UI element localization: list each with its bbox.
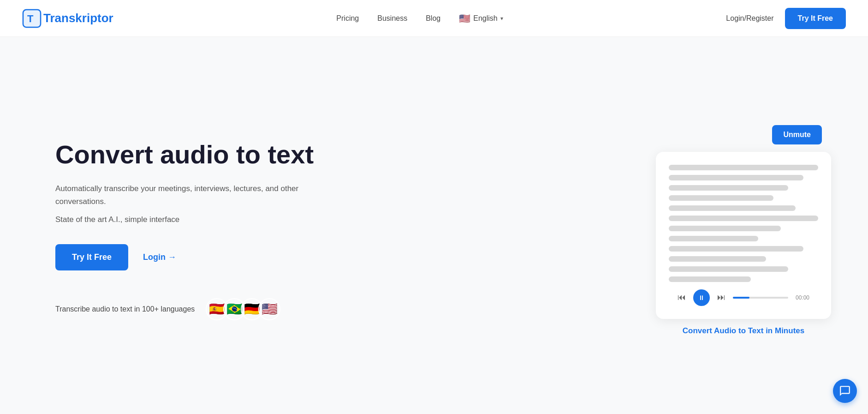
language-selector[interactable]: 🇺🇸 English ▾ xyxy=(459,13,503,24)
logo-link[interactable]: T Transkriptor xyxy=(22,9,113,28)
playback-controls: ⏮ ⏸ ⏭ 00:00 xyxy=(669,289,818,306)
flag-us: 🇺🇸 xyxy=(258,298,280,320)
transcript-line xyxy=(669,266,788,272)
navbar-right: Login/Register Try It Free xyxy=(726,8,846,29)
hero-title: Convert audio to text xyxy=(55,140,341,169)
transcript-line xyxy=(669,236,758,241)
hero-demo: Unmute ⏮ ⏸ ⏭ xyxy=(656,125,831,336)
hero-subtitle-2: State of the art A.I., simple interface xyxy=(55,213,341,226)
transcript-line xyxy=(669,175,803,180)
transcript-line xyxy=(669,205,796,211)
language-label: English xyxy=(473,14,497,23)
transcript-line xyxy=(669,195,773,201)
unmute-button[interactable]: Unmute xyxy=(772,125,822,144)
nav-business[interactable]: Business xyxy=(377,14,407,23)
transcript-line xyxy=(669,185,788,191)
hero-buttons: Try It Free Login → xyxy=(55,244,341,270)
hero-section: Convert audio to text Automatically tran… xyxy=(0,37,868,414)
nav-pricing[interactable]: Pricing xyxy=(336,14,359,23)
chat-bubble[interactable] xyxy=(833,379,857,403)
languages-text: Transcribe audio to text in 100+ languag… xyxy=(55,305,195,313)
logo-icon: T xyxy=(22,9,42,28)
languages-row: Transcribe audio to text in 100+ languag… xyxy=(55,298,341,320)
transcript-card: ⏮ ⏸ ⏭ 00:00 xyxy=(656,152,831,319)
progress-fill xyxy=(733,297,749,299)
transcript-line xyxy=(669,165,818,170)
hero-login-link[interactable]: Login → xyxy=(143,252,176,262)
chat-icon xyxy=(839,385,851,397)
navbar: T Transkriptor Pricing Business Blog 🇺🇸 … xyxy=(0,0,868,37)
convert-tagline: Convert Audio to Text in Minutes xyxy=(683,326,804,336)
logo-text: Transkriptor xyxy=(43,11,113,25)
transcript-line xyxy=(669,226,781,231)
hero-subtitle-1: Automatically transcribe your meetings, … xyxy=(55,182,341,207)
transcript-lines xyxy=(669,165,818,282)
prev-button[interactable]: ⏮ xyxy=(678,293,686,302)
language-flag: 🇺🇸 xyxy=(459,13,470,24)
next-button[interactable]: ⏭ xyxy=(717,293,725,302)
navbar-center: Pricing Business Blog 🇺🇸 English ▾ xyxy=(336,13,503,24)
login-register-link[interactable]: Login/Register xyxy=(726,14,773,23)
svg-text:T: T xyxy=(27,13,34,24)
nav-blog[interactable]: Blog xyxy=(426,14,440,23)
progress-bar[interactable] xyxy=(733,297,788,299)
play-pause-button[interactable]: ⏸ xyxy=(693,289,710,306)
transcript-line xyxy=(669,256,766,262)
navbar-cta-button[interactable]: Try It Free xyxy=(785,8,846,29)
transcript-line xyxy=(669,276,751,282)
hero-cta-button[interactable]: Try It Free xyxy=(55,244,128,270)
transcript-line xyxy=(669,246,803,252)
hero-content: Convert audio to text Automatically tran… xyxy=(55,140,341,320)
transcript-line xyxy=(669,216,818,221)
time-display: 00:00 xyxy=(796,294,809,301)
chevron-down-icon: ▾ xyxy=(500,15,503,22)
flags-group: 🇪🇸 🇧🇷 🇩🇪 🇺🇸 xyxy=(206,298,280,320)
